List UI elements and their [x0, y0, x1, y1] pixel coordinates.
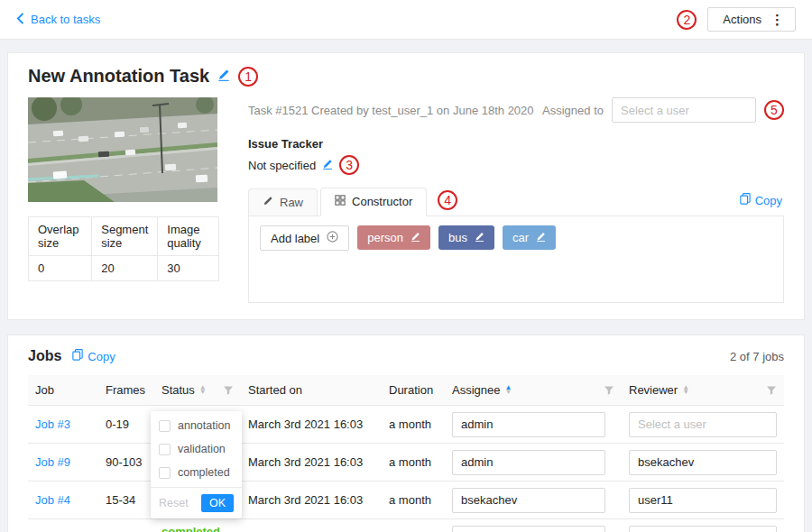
- tab-raw-label: Raw: [280, 196, 303, 209]
- col-reviewer[interactable]: Reviewer ▲▼: [622, 375, 784, 406]
- started-cell: March 3rd 2021 16:03: [241, 482, 382, 519]
- assignee-input[interactable]: [452, 450, 605, 475]
- assignee-input[interactable]: [452, 526, 605, 532]
- copy-icon: [740, 193, 751, 207]
- label-tag-bus[interactable]: bus: [438, 225, 494, 250]
- copy-labels-label: Copy: [755, 194, 782, 207]
- started-cell: March 3rd 2021 16:03: [241, 406, 382, 444]
- annotation-circle-3: 3: [339, 155, 359, 175]
- status-filter-icon[interactable]: [214, 385, 234, 396]
- filter-option-validation[interactable]: validation: [151, 437, 242, 461]
- more-vertical-icon[interactable]: ⋮: [770, 13, 784, 26]
- task-meta: Task #1521 Created by test_user_1 on Jun…: [248, 104, 534, 117]
- duration-cell: a month: [382, 406, 445, 444]
- labels-constructor-panel: Add label person bus: [248, 216, 784, 303]
- started-cell: March 3rd 2021 16:03: [241, 444, 382, 482]
- jobs-title: Jobs: [28, 348, 61, 364]
- checkbox[interactable]: [159, 420, 171, 432]
- task-params-table: Overlap size Segment size Image quality …: [28, 216, 219, 281]
- checkbox[interactable]: [159, 467, 171, 479]
- back-to-tasks-label: Back to tasks: [31, 13, 100, 26]
- actions-label: Actions: [723, 13, 761, 26]
- issue-tracker-value: Not specified: [248, 159, 316, 172]
- assigned-to-input[interactable]: [612, 97, 756, 123]
- edit-label-icon[interactable]: [475, 231, 484, 244]
- col-status[interactable]: Status ▲▼: [154, 375, 241, 406]
- plus-circle-icon: [327, 231, 338, 245]
- edit-title-icon[interactable]: [217, 69, 230, 84]
- copy-jobs-link[interactable]: Copy: [72, 349, 115, 363]
- started-cell: March 3rd 2021 16:03: [241, 519, 382, 532]
- col-assignee[interactable]: Assignee ▲▼: [445, 375, 622, 406]
- reviewer-input[interactable]: [629, 526, 777, 532]
- table-row: Job #4 15-34 March 3rd 2021 16:03 a mont…: [28, 482, 784, 519]
- jobs-table: Job Frames Status ▲▼ Started on: [28, 375, 784, 532]
- add-label-button[interactable]: Add label: [260, 225, 349, 251]
- frames-cell: 15-34: [98, 482, 154, 519]
- param-value-quality: 30: [158, 256, 219, 281]
- duration-cell: a month: [382, 519, 445, 532]
- col-started-on: Started on: [241, 375, 382, 406]
- tab-raw[interactable]: Raw: [248, 188, 318, 216]
- assignee-input[interactable]: [452, 412, 605, 437]
- filter-option-annotation[interactable]: annotation: [151, 414, 242, 437]
- status-text: completed: [161, 525, 220, 532]
- issue-tracker-label: Issue Tracker: [248, 137, 784, 151]
- edit-label-icon[interactable]: [411, 231, 420, 244]
- jobs-count: 2 of 7 jobs: [730, 350, 784, 363]
- param-value-segment: 20: [92, 256, 158, 281]
- label-person-name: person: [367, 231, 403, 244]
- edit-issue-tracker-icon[interactable]: [322, 159, 333, 172]
- table-row: Job #3 0-19 March 3rd 2021 16:03 a month: [28, 406, 784, 444]
- job-link[interactable]: Job #9: [35, 455, 70, 469]
- status-sort-icon[interactable]: ▲▼: [199, 386, 207, 395]
- reviewer-input[interactable]: [629, 450, 777, 475]
- edit-label-icon[interactable]: [536, 231, 546, 244]
- filter-ok-button[interactable]: OK: [201, 494, 234, 512]
- filter-option-completed[interactable]: completed: [151, 461, 242, 484]
- copy-jobs-label: Copy: [88, 350, 115, 363]
- back-to-tasks-link[interactable]: Back to tasks: [16, 13, 100, 27]
- table-row: Job #9 90-103 March 3rd 2021 16:03 a mon…: [28, 444, 784, 482]
- task-title: New Annotation Task: [28, 66, 209, 87]
- reviewer-filter-icon[interactable]: [757, 385, 777, 396]
- top-bar: Back to tasks 2 Actions ⋮: [0, 0, 812, 40]
- job-link[interactable]: Job #4: [35, 493, 70, 507]
- param-header-quality: Image quality: [158, 217, 219, 256]
- param-header-segment: Segment size: [92, 217, 158, 256]
- reviewer-input[interactable]: [629, 488, 777, 513]
- copy-icon: [72, 349, 83, 363]
- pencil-icon: [263, 196, 273, 209]
- task-details-card: New Annotation Task 1: [7, 52, 805, 320]
- jobs-card: Jobs Copy 2 of 7 jobs Job Frames Status: [7, 335, 805, 532]
- checkbox[interactable]: [159, 444, 171, 455]
- job-link[interactable]: Job #3: [35, 417, 70, 431]
- assigned-to-label: Assigned to: [542, 104, 604, 117]
- annotation-circle-5: 5: [764, 100, 784, 120]
- assignee-input[interactable]: [452, 488, 605, 513]
- frames-cell: 0-19: [98, 406, 154, 444]
- tab-constructor[interactable]: Constructor: [320, 188, 427, 216]
- status-filter-dropdown: annotation validation completed Reset OK: [151, 411, 242, 518]
- label-tag-car[interactable]: car: [503, 225, 556, 250]
- assignee-sort-icon[interactable]: ▲▼: [504, 386, 512, 395]
- reviewer-input[interactable]: [629, 412, 777, 437]
- label-tag-person[interactable]: person: [357, 225, 430, 250]
- reviewer-sort-icon[interactable]: ▲▼: [682, 386, 689, 395]
- duration-cell: a month: [382, 482, 445, 519]
- actions-button[interactable]: Actions ⋮: [707, 7, 796, 32]
- add-label-text: Add label: [271, 232, 319, 245]
- table-row: Job #8 75-94 completed? March 3rd 2021 1…: [28, 519, 784, 532]
- col-duration: Duration: [382, 375, 445, 406]
- copy-labels-link[interactable]: Copy: [740, 193, 784, 216]
- filter-reset-button[interactable]: Reset: [159, 497, 189, 509]
- frames-cell: 90-103: [98, 444, 154, 482]
- param-value-overlap: 0: [29, 256, 92, 281]
- annotation-circle-4: 4: [438, 190, 457, 210]
- constructor-icon: [335, 195, 346, 208]
- label-bus-name: bus: [448, 231, 467, 244]
- duration-cell: a month: [382, 444, 445, 482]
- jobs-table-header: Job Frames Status ▲▼ Started on: [28, 375, 784, 406]
- assignee-filter-icon[interactable]: [595, 385, 614, 396]
- frames-cell: 75-94: [98, 519, 154, 532]
